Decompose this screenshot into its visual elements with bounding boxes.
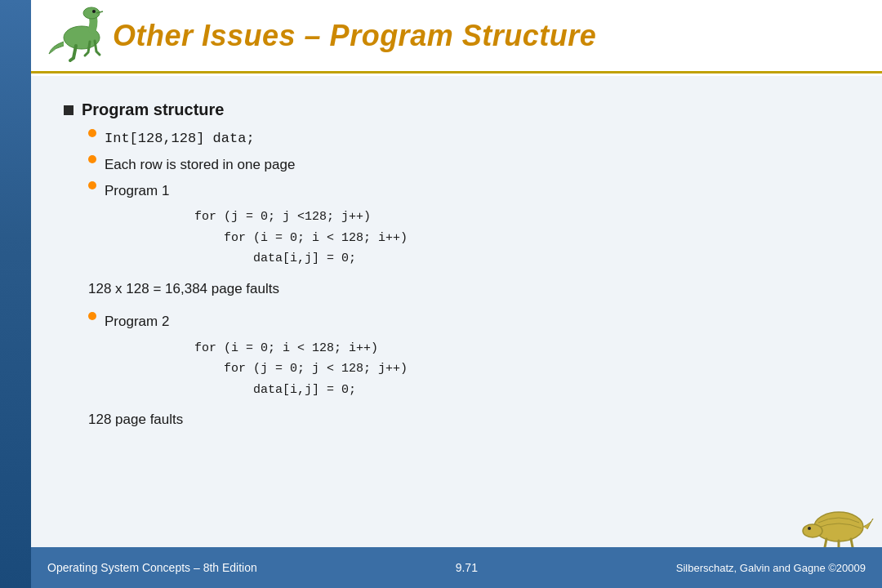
svg-point-5	[808, 527, 811, 530]
footer-edition-text: Operating System Concepts – 8th Edition	[47, 561, 257, 574]
main-bullet-text: Program structure	[82, 100, 225, 119]
program2-faults: 128 page faults	[88, 412, 849, 428]
sub-item-4-text: Program 2	[105, 312, 169, 332]
svg-point-2	[92, 10, 96, 13]
program2-code-block: for (i = 0; i < 128; i++) for (j = 0; j …	[194, 338, 849, 401]
program1-faults: 128 x 128 = 16,384 page faults	[88, 281, 849, 297]
circle-bullet-1-icon	[88, 129, 96, 137]
program2-code-line3: data[i,j] = 0;	[194, 380, 849, 401]
header-dinosaur-icon	[47, 5, 113, 66]
footer: Operating System Concepts – 8th Edition …	[31, 547, 882, 588]
program2-code-line1: for (i = 0; i < 128; i++)	[194, 338, 849, 359]
program2-code-line2: for (j = 0; j < 128; j++)	[194, 359, 849, 380]
sub-item-1-text: Int[128,128] data;	[105, 129, 255, 149]
footer-page-number: 9.71	[456, 561, 478, 574]
circle-bullet-4-icon	[88, 312, 96, 320]
svg-point-4	[803, 524, 822, 537]
sub-item-2-text: Each row is stored in one page	[105, 155, 295, 175]
footer-dinosaur-icon	[798, 490, 875, 549]
sub-item-3-text: Program 1	[105, 181, 169, 201]
program1-code-line2: for (i = 0; i < 128; i++)	[194, 228, 849, 249]
sub-item-1: Int[128,128] data;	[88, 129, 849, 149]
sub-item-4: Program 2	[88, 312, 849, 332]
sidebar-accent	[0, 0, 31, 588]
program1-code-line3: data[i,j] = 0;	[194, 248, 849, 270]
sub-item-2: Each row is stored in one page	[88, 155, 849, 175]
footer-copyright: Silberschatz, Galvin and Gagne ©20009	[676, 562, 866, 574]
svg-point-3	[814, 512, 863, 541]
sub-item-3: Program 1	[88, 181, 849, 201]
main-content: Program structure Int[128,128] data; Eac…	[31, 76, 882, 547]
program1-code-line1: for (j = 0; j <128; j++)	[194, 207, 849, 228]
circle-bullet-2-icon	[88, 155, 96, 163]
page-title: Other Issues – Program Structure	[113, 19, 596, 53]
square-bullet-icon	[64, 105, 74, 115]
main-bullet-item: Program structure	[64, 100, 849, 119]
circle-bullet-3-icon	[88, 181, 96, 189]
header: Other Issues – Program Structure	[31, 0, 882, 74]
program1-code-block: for (j = 0; j <128; j++) for (i = 0; i <…	[194, 207, 849, 270]
